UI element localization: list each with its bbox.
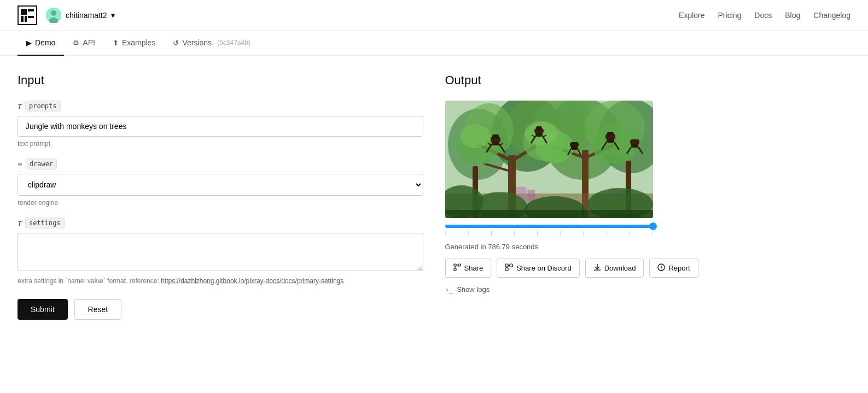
svg-rect-48 xyxy=(607,132,614,136)
svg-rect-2 xyxy=(21,16,24,22)
drawer-description: render engine xyxy=(18,199,423,207)
username-label: chitinamatt2 xyxy=(66,11,107,20)
nav-docs[interactable]: Docs xyxy=(754,11,772,20)
svg-rect-75 xyxy=(510,264,512,267)
svg-rect-0 xyxy=(21,9,27,15)
input-title: Input xyxy=(18,73,423,87)
discord-label: Share on Discord xyxy=(516,264,571,272)
svg-rect-56 xyxy=(630,139,639,144)
prompts-label-row: T prompts xyxy=(18,101,423,112)
drawer-type-icon: ≡ xyxy=(18,160,22,169)
svg-rect-41 xyxy=(536,126,542,131)
reset-button[interactable]: Reset xyxy=(74,299,122,320)
prompts-input[interactable] xyxy=(18,116,423,137)
output-image-container xyxy=(445,101,653,218)
svg-rect-70 xyxy=(458,264,461,266)
settings-badge: settings xyxy=(25,218,65,228)
action-buttons: Share Share on Discord xyxy=(445,259,851,278)
tab-versions[interactable]: ↺ Versions (5c347a4b) xyxy=(164,31,259,56)
settings-type-icon: T xyxy=(18,219,22,227)
progress-track[interactable] xyxy=(445,225,653,228)
progress-fill xyxy=(445,225,653,228)
report-label: Report xyxy=(668,264,690,272)
version-badge: (5c347a4b) xyxy=(217,39,251,46)
prompts-type-icon: T xyxy=(18,102,22,110)
versions-icon: ↺ xyxy=(173,39,179,47)
svg-rect-61 xyxy=(527,190,535,201)
progress-container: | | | | | | | | | | xyxy=(445,225,653,236)
download-label: Download xyxy=(604,264,636,272)
svg-rect-71 xyxy=(454,268,456,271)
header: chitinamatt2 ▾ Explore Pricing Docs Blog… xyxy=(0,0,868,31)
user-badge[interactable]: chitinamatt2 ▾ xyxy=(46,8,115,23)
output-panel: Output xyxy=(445,73,851,320)
input-panel: Input T prompts text prompt ≡ drawer cli… xyxy=(18,73,423,320)
nav-pricing[interactable]: Pricing xyxy=(718,11,742,20)
settings-description: extra settings in `name: value` format. … xyxy=(18,276,423,286)
prompts-description: text prompt xyxy=(18,140,423,148)
svg-rect-34 xyxy=(492,134,499,139)
svg-rect-4 xyxy=(28,16,34,18)
download-button[interactable]: Download xyxy=(585,259,644,278)
tab-examples-label: Examples xyxy=(122,38,155,47)
share-button[interactable]: Share xyxy=(445,259,492,278)
nav-explore[interactable]: Explore xyxy=(679,11,704,20)
main-content: Input T prompts text prompt ≡ drawer cli… xyxy=(0,56,868,337)
submit-button[interactable]: Submit xyxy=(18,299,68,320)
avatar xyxy=(46,8,61,23)
api-icon: ⚙ xyxy=(73,39,79,47)
settings-label-row: T settings xyxy=(18,218,423,228)
svg-point-6 xyxy=(51,10,56,16)
settings-field-group: T settings extra settings in `name: valu… xyxy=(18,218,423,286)
terminal-icon: ›_ xyxy=(445,285,454,294)
output-image xyxy=(445,101,653,218)
settings-link[interactable]: https://dazhizhong.gitbook.io/pixray-doc… xyxy=(161,277,343,285)
tab-versions-label: Versions xyxy=(182,38,212,47)
tab-api[interactable]: ⚙ API xyxy=(64,31,104,56)
share-icon xyxy=(453,263,461,273)
play-icon: ▶ xyxy=(26,39,32,47)
svg-rect-3 xyxy=(25,16,27,22)
header-left: chitinamatt2 ▾ xyxy=(18,5,115,25)
tab-bar: ▶ Demo ⚙ API ⬆ Examples ↺ Versions (5c34… xyxy=(0,31,868,56)
settings-textarea[interactable] xyxy=(18,233,423,271)
tab-demo[interactable]: ▶ Demo xyxy=(18,31,64,56)
output-title: Output xyxy=(445,73,851,87)
show-logs-button[interactable]: ›_ Show logs xyxy=(445,285,851,294)
report-icon xyxy=(657,263,665,273)
svg-rect-76 xyxy=(505,268,508,271)
chevron-icon: ▾ xyxy=(111,11,115,20)
tab-examples[interactable]: ⬆ Examples xyxy=(104,31,164,56)
form-buttons: Submit Reset xyxy=(18,299,423,320)
tab-demo-label: Demo xyxy=(35,38,55,47)
svg-point-30 xyxy=(460,124,491,148)
svg-rect-1 xyxy=(28,9,34,11)
drawer-label-row: ≡ drawer xyxy=(18,159,423,169)
discord-icon xyxy=(505,263,513,273)
svg-point-83 xyxy=(661,268,662,269)
svg-point-28 xyxy=(592,125,638,164)
logo-icon[interactable] xyxy=(18,5,37,25)
download-icon xyxy=(593,263,601,273)
share-label: Share xyxy=(464,264,483,272)
report-button[interactable]: Report xyxy=(649,259,698,278)
nav-changelog[interactable]: Changelog xyxy=(813,11,850,20)
discord-button[interactable]: Share on Discord xyxy=(497,259,579,278)
nav-blog[interactable]: Blog xyxy=(785,11,800,20)
examples-icon: ⬆ xyxy=(113,39,119,47)
prompts-field-group: T prompts text prompt xyxy=(18,101,423,148)
drawer-badge: drawer xyxy=(26,159,57,169)
svg-rect-69 xyxy=(454,264,456,266)
svg-rect-68 xyxy=(445,210,653,218)
show-logs-label: Show logs xyxy=(457,285,490,294)
progress-thumb xyxy=(649,222,657,230)
main-nav: Explore Pricing Docs Blog Changelog xyxy=(679,11,850,20)
prompts-badge: prompts xyxy=(25,101,61,112)
drawer-field-group: ≡ drawer clipdraw diffvg pixel render en… xyxy=(18,159,423,207)
svg-rect-52 xyxy=(570,142,579,147)
generated-time: Generated in 786.79 seconds xyxy=(445,243,851,251)
svg-rect-74 xyxy=(505,264,508,267)
drawer-select[interactable]: clipdraw diffvg pixel xyxy=(18,174,423,196)
tab-api-label: API xyxy=(83,38,95,47)
